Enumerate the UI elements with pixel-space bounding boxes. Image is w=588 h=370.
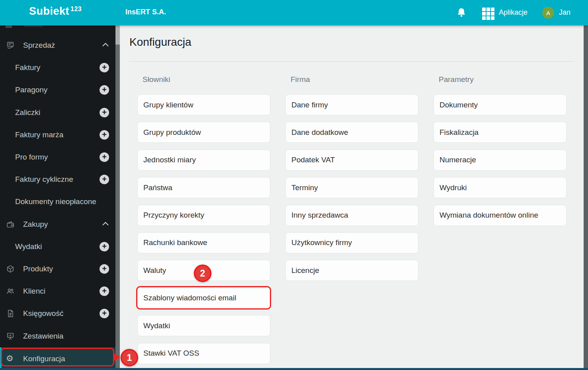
sidebar-item-klienci[interactable]: Klienci (0, 280, 115, 302)
config-button-dane-firmy[interactable]: Dane firmy (285, 94, 418, 115)
app-logo[interactable]: Subiekt123 (29, 5, 82, 18)
annotation-highlight-konfiguracja (1, 348, 114, 366)
sidebar-item-faktury-marza[interactable]: Faktury marża (0, 124, 115, 146)
sidebar-item-label: Zakupy (23, 220, 48, 229)
add-product-plus-icon[interactable] (100, 264, 109, 274)
reports-chart-icon (6, 332, 15, 341)
column-header-firma: Firma (291, 75, 310, 84)
chevron-up-icon (102, 221, 109, 226)
sidebar-item-label: Wydatki (15, 242, 42, 251)
title-divider (129, 61, 574, 62)
sidebar-item-sprzedaz[interactable]: Sprzedaż (0, 34, 115, 56)
accounting-document-icon (6, 309, 15, 318)
annotation-step-2-badge: 2 (194, 265, 211, 282)
products-box-icon (6, 265, 15, 273)
window-bottom-edge (0, 368, 588, 370)
sidebar-item-ksiegowosc[interactable]: Księgowość (0, 302, 115, 325)
sales-icon (6, 41, 15, 50)
page-title: Konfiguracja (129, 36, 191, 49)
config-button-wydatki[interactable]: Wydatki (137, 315, 270, 336)
config-button-uzytkownicy-firmy[interactable]: Użytkownicy firmy (285, 232, 418, 253)
company-name: InsERT S.A. (125, 8, 166, 16)
sidebar-navigation: Sprzedaż Faktury Paragony Zaliczki Faktu… (0, 25, 115, 370)
sidebar-item-label: Księgowość (23, 309, 63, 318)
sidebar-item-label: Klienci (23, 287, 45, 296)
chevron-up-icon (102, 42, 109, 47)
logo-text: Subiekt (29, 5, 69, 17)
config-button-grupy-produktow[interactable]: Grupy produktów (137, 122, 270, 143)
config-button-przyczyny-korekty[interactable]: Przyczyny korekty (137, 205, 270, 226)
apps-grid-icon[interactable] (482, 8, 494, 20)
sidebar-item-paragony[interactable]: Paragony (0, 79, 115, 101)
sidebar-item-label: Faktury marża (15, 130, 63, 139)
sidebar-item-label: Produkty (23, 265, 53, 273)
config-button-wydruki[interactable]: Wydruki (434, 177, 567, 198)
add-receipt-plus-icon[interactable] (100, 85, 109, 95)
add-recurring-invoice-plus-icon[interactable] (100, 175, 109, 184)
add-advance-plus-icon[interactable] (100, 108, 109, 117)
column-parametry: Dokumenty Fiskalizacja Numeracje Wydruki… (434, 94, 567, 226)
config-button-rachunki-bankowe[interactable]: Rachunki bankowe (137, 232, 270, 253)
config-button-stawki-vat-oss[interactable]: Stawki VAT OSS (137, 343, 270, 364)
sidebar-item-zaliczki[interactable]: Zaliczki (0, 101, 115, 124)
sidebar-item-zestawienia[interactable]: Zestawienia (0, 325, 115, 347)
clients-people-icon (6, 287, 15, 296)
sidebar-scrollbar-thumb[interactable] (115, 25, 120, 45)
notifications-bell-icon[interactable] (456, 7, 467, 18)
partial-menu-item-label (24, 25, 43, 27)
purchases-wallet-icon (6, 220, 15, 229)
add-invoice-plus-icon[interactable] (100, 63, 109, 72)
column-slowniki: Grupy klientów Grupy produktów Jednostki… (137, 94, 270, 364)
user-name[interactable]: Jan (559, 8, 570, 17)
sidebar-item-label: Zaliczki (15, 108, 40, 117)
top-bar: Subiekt123 InsERT S.A. Aplikacje A Jan (0, 0, 588, 25)
add-proforma-plus-icon[interactable] (100, 152, 109, 162)
config-button-jednostki-miary[interactable]: Jednostki miary (137, 150, 270, 171)
add-accounting-plus-icon[interactable] (100, 309, 109, 318)
add-client-plus-icon[interactable] (100, 286, 109, 296)
sidebar-item-label: Faktury cykliczne (15, 175, 73, 184)
sidebar-item-dokumenty-nieoplacone[interactable]: Dokumenty nieopłacone (0, 191, 115, 213)
sidebar-item-label: Dokumenty nieopłacone (15, 197, 96, 206)
config-button-panstwa[interactable]: Państwa (137, 177, 270, 198)
config-button-grupy-klientow[interactable]: Grupy klientów (137, 94, 270, 115)
sidebar-item-zakupy[interactable]: Zakupy (0, 213, 115, 236)
config-button-dokumenty[interactable]: Dokumenty (434, 94, 567, 115)
config-button-podatek-vat[interactable]: Podatek VAT (285, 150, 418, 171)
column-header-parametry: Parametry (439, 75, 474, 84)
sidebar-item-wydatki[interactable]: Wydatki (0, 236, 115, 258)
sidebar-item-pro-formy[interactable]: Pro formy (0, 146, 115, 168)
sidebar-item-label: Zestawienia (23, 332, 63, 341)
sidebar-item-faktury-cykliczne[interactable]: Faktury cykliczne (0, 168, 115, 191)
config-button-inny-sprzedawca[interactable]: Inny sprzedawca (285, 205, 418, 226)
config-button-numeracje[interactable]: Numeracje (434, 150, 567, 171)
user-avatar[interactable]: A (542, 7, 554, 19)
column-firma: Dane firmy Dane dodatkowe Podatek VAT Te… (285, 94, 418, 281)
annotation-step-1-badge: 1 (121, 349, 138, 366)
sidebar-item-faktury[interactable]: Faktury (0, 56, 115, 79)
config-button-dane-dodatkowe[interactable]: Dane dodatkowe (285, 122, 418, 143)
sidebar-scrollbar-track[interactable] (115, 25, 120, 370)
config-button-fiskalizacja[interactable]: Fiskalizacja (434, 122, 567, 143)
apps-menu-button[interactable]: Aplikacje (499, 8, 527, 17)
sidebar-item-label: Paragony (15, 86, 47, 94)
config-button-licencje[interactable]: Licencje (285, 260, 418, 281)
sidebar-item-label: Sprzedaż (23, 41, 55, 50)
add-margin-invoice-plus-icon[interactable] (100, 130, 109, 140)
add-expense-plus-icon[interactable] (100, 242, 109, 251)
sidebar-item-produkty[interactable]: Produkty (0, 258, 115, 280)
partial-menu-item (6, 25, 12, 28)
sidebar-item-label: Faktury (15, 63, 40, 72)
annotation-callout-tail (114, 353, 120, 361)
annotation-highlight-szablony (136, 286, 271, 310)
logo-superscript: 123 (70, 6, 82, 12)
config-button-terminy[interactable]: Terminy (285, 177, 418, 198)
column-header-slowniki: Słowniki (143, 75, 170, 84)
config-button-wymiana-dokumentow-online[interactable]: Wymiana dokumentów online (434, 205, 567, 226)
app-window: Subiekt123 InsERT S.A. Aplikacje A Jan S… (0, 0, 588, 370)
sidebar-item-label: Pro formy (15, 153, 48, 162)
page-scrollbar[interactable] (584, 25, 588, 370)
